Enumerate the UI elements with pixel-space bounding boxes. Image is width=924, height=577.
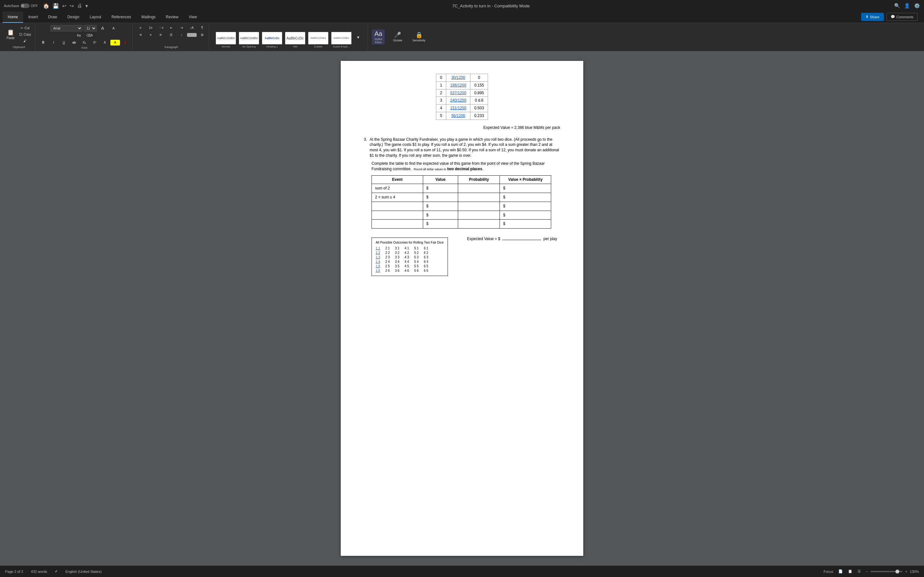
autosave-toggle[interactable] (21, 3, 29, 8)
title-right-icons: 🔍 👤 ⚙️ (894, 3, 920, 9)
format-painter-button[interactable]: 🖌 (17, 38, 33, 44)
font-case-button[interactable]: Aa (74, 33, 84, 39)
justify-button[interactable]: ☰ (166, 32, 176, 38)
share-button[interactable]: ⬆ Share (861, 13, 884, 21)
save-icon[interactable]: 💾 (53, 3, 59, 9)
outcome-1-4[interactable]: 1,4 (376, 259, 384, 264)
zoom-in-icon[interactable]: + (905, 570, 907, 574)
outcome-2-6: 2 6 (385, 269, 394, 273)
tab-view[interactable]: View (184, 11, 202, 23)
print-icon[interactable]: 🖨 (77, 3, 82, 9)
underline-button[interactable]: U (59, 40, 69, 45)
sensitivity-button[interactable]: 🔒 Sensitivity (410, 27, 427, 47)
subscript-button[interactable]: X₂ (79, 40, 89, 45)
highlight-button[interactable]: A (110, 40, 120, 45)
font-size-selector[interactable]: 12 (84, 25, 97, 31)
autosave-control[interactable]: AutoSave OFF (4, 3, 38, 8)
sort-button[interactable]: ↕A (187, 25, 197, 31)
style-title[interactable]: AaBbCcDc Title (284, 31, 306, 49)
outcome-1-1[interactable]: 1,1 (376, 246, 384, 251)
view-read-icon[interactable]: ☰ (858, 569, 861, 574)
paste-button[interactable]: 📋 Paste (5, 25, 17, 44)
align-left-button[interactable]: ⫷ (136, 32, 145, 38)
numbering-button[interactable]: 1≡ (146, 25, 156, 31)
style-subtitle[interactable]: AaBbCcDdEe Subtitle (307, 31, 329, 49)
table-cell: 0 d.6 (470, 97, 488, 105)
tab-home[interactable]: Home (3, 11, 23, 23)
zoom-slider[interactable] (871, 571, 903, 572)
styles-more-button[interactable]: ▾ (354, 34, 363, 40)
clear-format-button[interactable]: ⌫A (84, 33, 95, 39)
tab-references[interactable]: References (106, 11, 136, 23)
focus-label[interactable]: Focus (824, 570, 833, 574)
settings-icon[interactable]: ⚙️ (914, 3, 920, 9)
font-color-button[interactable]: A (100, 40, 110, 45)
decrease-indent-button[interactable]: ⇤ (166, 25, 176, 31)
outcome-1-6[interactable]: 1,6 (376, 269, 384, 273)
tab-insert[interactable]: Insert (23, 11, 43, 23)
bold-button[interactable]: B (39, 40, 48, 45)
outcomes-grid: 1,1 2 1 3 1 4 1 5 1 6 1 1,2 2 2 3 2 4 2 … (376, 246, 444, 273)
align-right-button[interactable]: ⫸ (156, 32, 166, 38)
view-web-icon[interactable]: 📋 (848, 569, 853, 574)
italic-button[interactable]: I (49, 40, 58, 45)
line-spacing-button[interactable]: ↕ (177, 32, 186, 38)
copy-button[interactable]: ⿻Copy (17, 32, 33, 37)
font-name-selector[interactable]: Arial (50, 25, 82, 31)
dictate-button[interactable]: 🎤 Dictate (391, 27, 404, 47)
outcome-6-6: 6 6 (424, 269, 433, 273)
tab-design[interactable]: Design (62, 11, 84, 23)
proofing-icon[interactable]: ✔ (55, 569, 58, 574)
outcome-1-5[interactable]: 1,5 (376, 264, 384, 269)
tab-draw[interactable]: Draw (43, 11, 62, 23)
show-hide-button[interactable]: ¶ (197, 25, 207, 31)
outcome-2-5: 2 5 (385, 264, 394, 269)
search-icon[interactable]: 🔍 (894, 3, 900, 9)
font-grow-button[interactable]: A (98, 25, 107, 31)
outcome-1-2[interactable]: 1,2 (376, 251, 384, 255)
comments-button[interactable]: 💬 Comments (887, 13, 918, 21)
style-no-spacing[interactable]: AaBbCcDdEe No Spacing (238, 31, 260, 49)
home-icon[interactable]: 🏠 (43, 3, 49, 9)
cut-icon: ✂ (21, 26, 23, 30)
account-icon[interactable]: 👤 (904, 3, 910, 9)
superscript-button[interactable]: X² (90, 40, 99, 45)
table-cell: 4 (436, 105, 446, 112)
sensitivity-group: 🔒 Sensitivity (408, 24, 430, 50)
align-center-button[interactable]: ≡ (146, 32, 156, 38)
redo-icon[interactable]: ↪ (69, 3, 74, 9)
multilevel-button[interactable]: ⋮≡ (156, 25, 166, 31)
tab-layout[interactable]: Layout (84, 11, 106, 23)
style-heading1[interactable]: AaBbCcDc Heading 1 (261, 31, 283, 49)
style-normal[interactable]: AaBbCcDdEe Normal (215, 31, 237, 49)
right-tools: Aa Styles Pane (369, 24, 388, 50)
bullets-button[interactable]: ≡ (136, 25, 145, 31)
word-count: 432 words (31, 570, 47, 574)
table-cell: 56/1200 (446, 112, 470, 119)
dictate-group: 🎤 Dictate (389, 24, 407, 50)
borders-button[interactable]: ⊞ (197, 32, 207, 38)
style-subtle-emphasis[interactable]: AaBbCcDdEe Subtle Emph... (330, 31, 352, 49)
shading-button[interactable] (187, 33, 197, 37)
zoom-out-icon[interactable]: − (866, 570, 868, 574)
undo-icon[interactable]: ↩ (62, 3, 66, 9)
view-print-icon[interactable]: 📄 (838, 569, 843, 574)
font-shrink-button[interactable]: A (109, 25, 118, 31)
styles-pane-button[interactable]: Aa Styles Pane (372, 29, 385, 45)
table-cell: 0.233 (470, 112, 488, 119)
tab-mailings[interactable]: Mailings (136, 11, 161, 23)
tab-review[interactable]: Review (161, 11, 184, 23)
cut-button[interactable]: ✂Cut (17, 25, 33, 31)
strikethrough-button[interactable]: ab (69, 40, 79, 45)
outcome-1-3[interactable]: 1,3 (376, 255, 384, 259)
outcome-3-4: 3 4 (395, 259, 404, 264)
outcome-5-6: 5 6 (414, 269, 423, 273)
table-cell: 240/1200 (446, 97, 470, 105)
table-cell: 186/1200 (446, 81, 470, 89)
increase-indent-button[interactable]: ⇥ (177, 25, 186, 31)
text-color-button[interactable]: A (121, 40, 130, 45)
vxp-cell: $ (500, 201, 551, 211)
outcome-2-3: 2 3 (385, 255, 394, 259)
more-icon[interactable]: ▾ (86, 3, 88, 9)
event-table-header: Event Value Probability Value × Probabil… (372, 176, 551, 184)
